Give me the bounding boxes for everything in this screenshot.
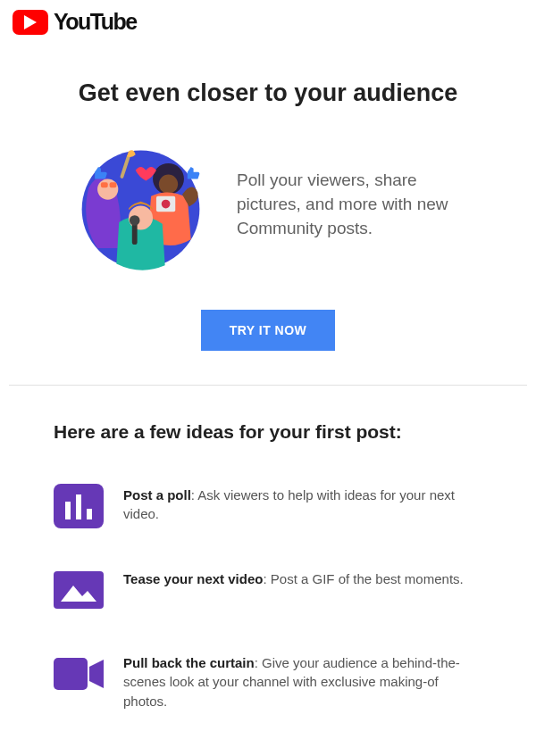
image-icon (54, 568, 104, 612)
idea-row-tease: Tease your next video: Post a GIF of the… (54, 568, 482, 612)
svg-rect-3 (101, 182, 108, 187)
svg-rect-4 (110, 182, 117, 187)
youtube-wordmark: YouTube (54, 9, 137, 35)
idea-bold: Post a poll (123, 487, 191, 503)
youtube-logo-icon (13, 10, 48, 35)
idea-bold: Tease your next video (123, 571, 263, 586)
idea-text-curtain: Pull back the curtain: Give your audienc… (123, 652, 482, 710)
svg-point-6 (159, 175, 178, 194)
svg-point-11 (130, 215, 140, 226)
hero-title: Get even closer to your audience (54, 79, 482, 107)
svg-point-2 (97, 179, 118, 199)
hero-row: Poll your viewers, share pictures, and m… (54, 136, 482, 274)
svg-point-8 (162, 200, 171, 209)
hero-description: Poll your viewers, share pictures, and m… (237, 169, 465, 241)
svg-rect-15 (76, 494, 81, 519)
idea-row-poll: Post a poll: Ask viewers to help with id… (54, 484, 482, 528)
svg-rect-14 (65, 502, 71, 519)
hero-section: Get even closer to your audience (0, 40, 536, 385)
cta-wrap: TRY IT NOW (54, 310, 482, 385)
svg-rect-19 (54, 658, 88, 690)
ideas-title: Here are a few ideas for your first post… (54, 421, 482, 443)
community-illustration (71, 136, 210, 274)
video-camera-icon (54, 652, 104, 696)
idea-row-curtain: Pull back the curtain: Give your audienc… (54, 652, 482, 710)
header: YouTube (0, 0, 536, 40)
idea-rest: : Post a GIF of the best moments. (263, 571, 463, 586)
poll-icon (54, 484, 104, 528)
svg-marker-20 (89, 660, 104, 688)
svg-rect-17 (54, 571, 104, 609)
svg-marker-0 (24, 15, 37, 29)
idea-text-poll: Post a poll: Ask viewers to help with id… (123, 484, 482, 524)
try-it-now-button[interactable]: TRY IT NOW (201, 310, 336, 351)
idea-bold: Pull back the curtain (123, 655, 255, 670)
svg-rect-16 (87, 509, 92, 519)
ideas-section: Here are a few ideas for your first post… (0, 386, 536, 710)
idea-text-tease: Tease your next video: Post a GIF of the… (123, 568, 464, 588)
